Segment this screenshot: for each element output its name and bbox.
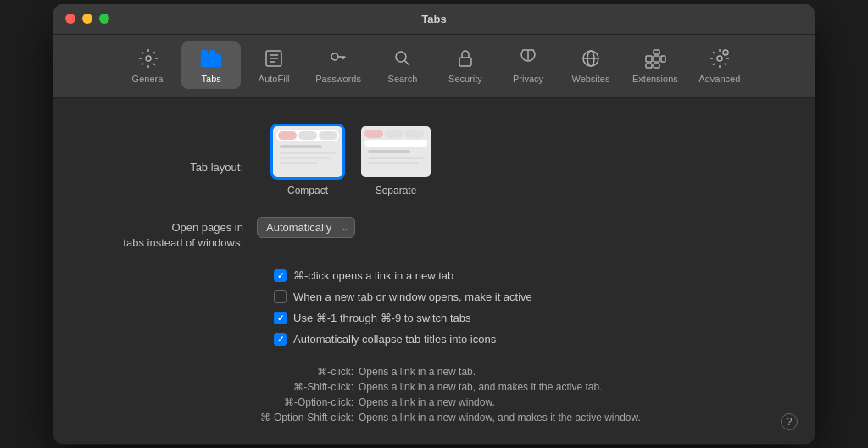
svg-rect-20: [654, 56, 659, 62]
minimize-button[interactable]: [82, 14, 92, 24]
svg-rect-41: [405, 130, 424, 138]
shortcut-desc-1: Opens a link in a new tab, and makes it …: [359, 381, 603, 393]
privacy-icon: [516, 47, 540, 70]
open-pages-control: Automatically Always Never: [257, 217, 781, 238]
svg-rect-30: [278, 131, 297, 140]
shortcut-row-1: ⌘-Shift-click: Opens a link in a new tab…: [206, 381, 747, 393]
svg-rect-14: [459, 58, 471, 66]
cmd-click-checkbox[interactable]: [274, 269, 287, 282]
shortcut-key-0: ⌘-click:: [206, 366, 359, 378]
general-label: General: [132, 74, 165, 84]
shortcuts-section: ⌘-click: Opens a link in a new tab. ⌘-Sh…: [87, 366, 781, 423]
close-button[interactable]: [65, 14, 75, 24]
toolbar-item-advanced[interactable]: + Advanced: [690, 41, 749, 89]
toolbar-item-general[interactable]: General: [119, 41, 178, 89]
general-icon: [136, 47, 160, 70]
svg-rect-44: [368, 157, 424, 159]
new-tab-active-checkbox[interactable]: [274, 290, 287, 303]
content-area: Tab layout:: [53, 98, 815, 444]
svg-rect-43: [368, 150, 410, 153]
search-label: Search: [388, 74, 418, 84]
websites-label: Websites: [571, 74, 609, 84]
svg-point-0: [146, 56, 151, 61]
tab-option-compact[interactable]: Compact: [270, 124, 345, 196]
toolbar-item-search[interactable]: Search: [373, 41, 432, 89]
checkboxes-section: ⌘-click opens a link in a new tab When a…: [87, 269, 781, 346]
shortcut-key-2: ⌘-Option-click:: [206, 396, 359, 408]
passwords-icon: [326, 47, 350, 70]
passwords-label: Passwords: [315, 74, 361, 84]
svg-rect-24: [661, 56, 665, 62]
tab-option-separate[interactable]: Separate: [359, 124, 433, 196]
svg-rect-22: [654, 50, 659, 54]
extensions-label: Extensions: [632, 74, 678, 84]
traffic-lights: [65, 14, 109, 24]
websites-icon: [579, 47, 603, 70]
shortcut-desc-2: Opens a link in a new window.: [359, 396, 495, 408]
tab-layout-label: Tab layout:: [87, 124, 257, 174]
advanced-icon: +: [708, 47, 732, 70]
maximize-button[interactable]: [99, 14, 109, 24]
svg-rect-36: [280, 162, 318, 164]
checkbox-row-3: Automatically collapse tab titles into i…: [274, 333, 781, 346]
separate-thumbnail: [359, 124, 433, 180]
extensions-icon: [643, 47, 667, 70]
svg-rect-1: [201, 54, 221, 67]
tabs-label: Tabs: [202, 74, 221, 84]
titlebar: Tabs: [53, 4, 815, 35]
toolbar-item-security[interactable]: Security: [436, 41, 495, 89]
svg-rect-31: [298, 131, 317, 140]
advanced-label: Advanced: [698, 74, 740, 84]
shortcut-desc-0: Opens a link in a new tab.: [359, 366, 476, 378]
collapse-titles-checkbox[interactable]: [274, 333, 287, 346]
svg-rect-32: [319, 131, 337, 140]
svg-rect-21: [646, 64, 652, 68]
toolbar-item-extensions[interactable]: Extensions: [624, 41, 687, 89]
switch-tabs-label: Use ⌘-1 through ⌘-9 to switch tabs: [293, 312, 471, 324]
autofill-label: AutoFill: [259, 74, 290, 84]
tabs-icon: [199, 47, 223, 70]
shortcut-row-2: ⌘-Option-click: Opens a link in a new wi…: [206, 396, 747, 408]
svg-point-8: [331, 53, 338, 60]
new-tab-active-label: When a new tab or window opens, make it …: [293, 290, 532, 303]
shortcut-key-3: ⌘-Option-Shift-click:: [206, 412, 359, 423]
security-label: Security: [448, 74, 482, 84]
main-window: Tabs General Tabs: [53, 3, 815, 445]
svg-point-12: [396, 52, 406, 62]
svg-rect-40: [385, 130, 403, 138]
svg-text:+: +: [724, 51, 726, 56]
tab-layout-row: Tab layout:: [87, 124, 781, 196]
shortcut-desc-3: Opens a link in a new window, and makes …: [359, 412, 641, 423]
svg-rect-23: [654, 64, 659, 68]
toolbar-item-websites[interactable]: Websites: [561, 41, 620, 89]
settings-content: Tab layout:: [53, 98, 815, 444]
open-pages-row: Open pages intabs instead of windows: Au…: [87, 217, 781, 251]
security-icon: [453, 47, 477, 70]
compact-label: Compact: [287, 185, 328, 196]
shortcut-row-3: ⌘-Option-Shift-click: Opens a link in a …: [206, 412, 747, 423]
svg-rect-35: [280, 157, 331, 159]
toolbar: General Tabs Au: [53, 35, 815, 98]
compact-thumbnail: [270, 124, 345, 180]
window-title: Tabs: [421, 13, 446, 25]
svg-rect-34: [280, 152, 336, 154]
svg-rect-45: [368, 162, 419, 164]
svg-rect-2: [201, 50, 208, 56]
open-pages-label: Open pages intabs instead of windows:: [87, 217, 257, 251]
cmd-click-label: ⌘-click opens a link in a new tab: [293, 269, 453, 282]
checkbox-row-2: Use ⌘-1 through ⌘-9 to switch tabs: [274, 312, 781, 324]
checkbox-row-1: When a new tab or window opens, make it …: [274, 290, 781, 303]
toolbar-item-tabs[interactable]: Tabs: [181, 41, 241, 89]
switch-tabs-checkbox[interactable]: [274, 312, 287, 324]
toolbar-item-passwords[interactable]: Passwords: [307, 41, 370, 89]
separate-label: Separate: [376, 185, 417, 196]
search-icon: [391, 47, 415, 70]
svg-rect-3: [209, 50, 215, 56]
autofill-icon: [262, 47, 286, 70]
tab-options: Compact: [270, 124, 433, 196]
svg-rect-33: [280, 145, 322, 148]
toolbar-item-autofill[interactable]: AutoFill: [244, 41, 303, 89]
open-pages-dropdown[interactable]: Automatically Always Never: [257, 217, 355, 238]
toolbar-item-privacy[interactable]: Privacy: [498, 41, 558, 89]
checkbox-row-0: ⌘-click opens a link in a new tab: [274, 269, 781, 282]
